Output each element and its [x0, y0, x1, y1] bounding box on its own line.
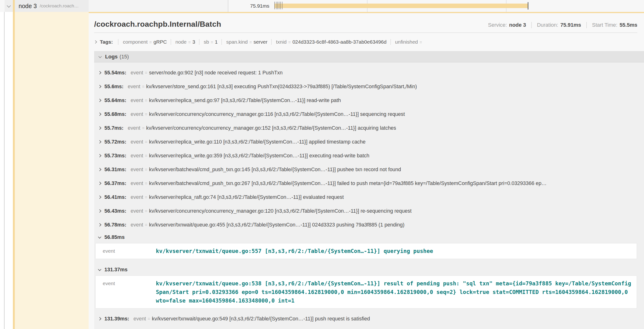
span-service-name: node 3: [18, 2, 37, 10]
log-marker-tick: [274, 2, 275, 9]
span-detail-panel: /cockroach.roachpb.Internal/Batch Servic…: [89, 12, 644, 329]
chevron-right-icon: [98, 209, 101, 213]
meta-duration-label: Duration:: [537, 22, 558, 28]
chevron-right-icon: [98, 317, 101, 320]
title-divider: [94, 32, 637, 33]
chevron-down-icon[interactable]: [98, 54, 102, 58]
selected-span-gutter: [15, 12, 89, 329]
log-entry-row[interactable]: 56.78ms: event = kv/kvserver/txnwait/que…: [94, 218, 644, 232]
span-name-cell[interactable]: node 3 /cockroach.roach…: [15, 0, 89, 12]
chevron-down-icon: [98, 235, 101, 239]
log-field-key: event: [130, 194, 143, 200]
log-timestamp: 56.85ms: [104, 234, 125, 240]
span-color-bar: [13, 0, 15, 329]
tag-sb: sb = 1: [199, 39, 218, 45]
equals-sign: =: [288, 40, 291, 45]
span-end-marker: [528, 2, 528, 10]
tag-unfinished: unfinished =: [390, 39, 424, 45]
meta-service-value: node 3: [509, 22, 526, 28]
log-field-value: kv/kvserver/replica_write.go:110 [n3,s3,…: [149, 139, 366, 145]
log-entry-row[interactable]: 55.72ms: event = kv/kvserver/replica_wri…: [94, 135, 644, 149]
span-collapse-toggle[interactable]: [6, 3, 12, 9]
chevron-right-icon: [98, 99, 101, 102]
chevron-right-icon: [98, 182, 101, 185]
tag-span-kind: span.kind = server: [222, 39, 268, 45]
tag-value: 3: [192, 39, 195, 45]
equals-sign: =: [145, 181, 148, 186]
equals-sign: =: [145, 222, 148, 228]
log-timestamp: 55.7ms:: [104, 125, 124, 131]
meta-service: Service: node 3: [488, 22, 526, 28]
log-entry-row[interactable]: 55.54ms: event = server/node.go:902 [n3]…: [94, 66, 644, 80]
chevron-right-icon: [98, 168, 101, 171]
log-timestamp: 55.54ms:: [104, 70, 126, 76]
chevron-down-icon[interactable]: [7, 4, 11, 8]
log-marker-tick: [276, 2, 276, 9]
tag-component: component = gRPC: [118, 39, 166, 45]
logs-list: 55.54ms: event = server/node.go:902 [n3]…: [94, 62, 644, 326]
log-entry-kv-table: event kv/kvserver/txnwait/queue.go:557 […: [95, 243, 637, 259]
trace-detail-page: node 3 /cockroach.roach… 75.91ms /cockro…: [0, 0, 644, 329]
equals-sign: =: [188, 40, 191, 45]
chevron-right-icon: [98, 126, 101, 130]
equals-sign: =: [211, 40, 213, 45]
log-entry-kv-table: event kv/kvserver/txnwait/queue.go:538 […: [95, 276, 637, 308]
log-field-key: event: [130, 222, 143, 228]
tag-key: unfinished: [395, 39, 418, 45]
span-row[interactable]: node 3 /cockroach.roach… 75.91ms: [0, 0, 644, 12]
span-operation-name: /cockroach.roach…: [40, 3, 79, 8]
chevron-right-icon: [98, 223, 101, 226]
log-marker-tick: [280, 2, 281, 9]
span-duration-bar[interactable]: [274, 4, 528, 8]
log-field-value: kv/kvserver/replica_raft.go:74 [n3,s3,r6…: [149, 194, 344, 200]
equals-sign: =: [145, 153, 148, 158]
chevron-right-icon: [98, 140, 101, 144]
logs-title: Logs: [105, 54, 118, 60]
equals-sign: =: [249, 40, 252, 45]
log-marker-tick: [279, 2, 279, 9]
log-field-value: kv/kvserver/concurrency/concurrency_mana…: [149, 111, 405, 117]
log-timestamp: 55.73ms:: [104, 153, 126, 159]
log-entry-row[interactable]: 55.68ms: event = kv/kvserver/concurrency…: [94, 107, 644, 121]
log-field-value: kv/kvserver/batcheval/cmd_push_txn.go:26…: [149, 180, 546, 186]
equals-sign: =: [142, 84, 145, 89]
log-entry-expanded-header[interactable]: 131.37ms: [94, 264, 644, 275]
log-marker-tick: [282, 2, 282, 9]
log-field-value: kv/kvserver/txnwait/queue.go:557 [n3,s3,…: [156, 247, 433, 255]
log-field-value: kv/kvserver/replica_write.go:359 [n3,s3,…: [149, 153, 370, 159]
meta-start-time-label: Start Time:: [592, 22, 617, 28]
log-entry-expanded-header[interactable]: 56.85ms: [94, 232, 644, 243]
chevron-right-icon: [98, 154, 101, 157]
tag-value: gRPC: [154, 39, 167, 45]
log-entry-row[interactable]: 131.39ms: event = kv/kvserver/txnwait/qu…: [94, 312, 644, 326]
log-entry-row[interactable]: 55.7ms: event = kv/kvserver/concurrency/…: [94, 121, 644, 135]
equals-sign: =: [148, 316, 150, 321]
log-timestamp: 131.37ms: [104, 267, 128, 273]
meta-service-label: Service:: [488, 22, 507, 28]
logs-footer-note: Log timestamps are relative to the start…: [94, 326, 644, 329]
log-field-value: kv/kvserver/concurrency/concurrency_mana…: [146, 125, 396, 131]
logs-accordion-header[interactable]: Logs (15): [94, 51, 644, 62]
log-entry-row[interactable]: 56.43ms: event = kv/kvserver/concurrency…: [94, 204, 644, 218]
log-timestamp: 55.6ms:: [104, 84, 124, 90]
equals-sign: =: [145, 70, 148, 75]
equals-sign: =: [145, 140, 148, 144]
log-field-value: kv/kvserver/txnwait/queue.go:455 [n3,s3,…: [149, 222, 404, 228]
log-entry-row[interactable]: 56.37ms: event = kv/kvserver/batcheval/c…: [94, 176, 644, 190]
log-entry-row[interactable]: 56.31ms: event = kv/kvserver/batcheval/c…: [94, 162, 644, 176]
span-detail-meta: Service: node 3 Duration: 75.91ms Start …: [488, 22, 637, 28]
log-entry-row[interactable]: 56.41ms: event = kv/kvserver/replica_raf…: [94, 190, 644, 204]
log-entry-row[interactable]: 55.73ms: event = kv/kvserver/replica_wri…: [94, 149, 644, 162]
log-timestamp: 56.31ms:: [104, 167, 126, 172]
log-entry-row[interactable]: 55.6ms: event = kv/kvserver/store_send.g…: [94, 80, 644, 94]
log-entry-row[interactable]: 55.64ms: event = kv/kvserver/replica_sen…: [94, 94, 644, 107]
log-field-key: event: [130, 208, 143, 214]
log-marker-tick: [278, 2, 278, 9]
tags-accordion[interactable]: Tags: component = gRPC node = 3 sb = 1 s…: [94, 37, 637, 47]
log-timestamp: 131.39ms:: [104, 316, 129, 322]
chevron-right-icon[interactable]: [94, 40, 97, 44]
page-left-divider: [4, 0, 4, 329]
log-timestamp: 55.68ms:: [104, 111, 126, 117]
chevron-down-icon: [98, 268, 101, 271]
tag-value: 024d3323-6c8f-4863-aa8b-37ab0e63496d: [292, 39, 386, 45]
